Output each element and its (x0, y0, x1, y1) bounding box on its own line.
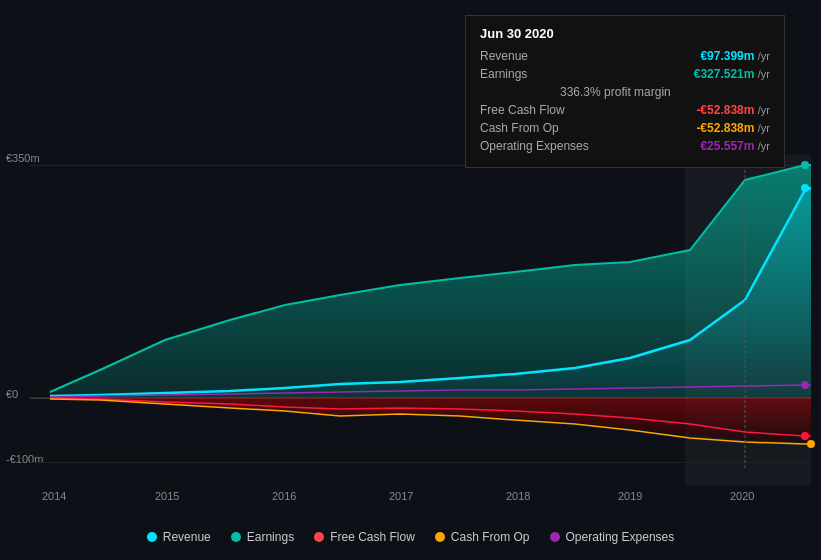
tooltip-title: Jun 30 2020 (480, 26, 770, 41)
tooltip-value-opex: €25.557m /yr (700, 139, 770, 153)
legend-item-revenue[interactable]: Revenue (147, 530, 211, 544)
tooltip-row-earnings: Earnings €327.521m /yr (480, 67, 770, 81)
tooltip-margin: 336.3% profit margin (480, 85, 770, 99)
tooltip-label-cashop: Cash From Op (480, 121, 559, 135)
legend-item-fcf[interactable]: Free Cash Flow (314, 530, 415, 544)
tooltip-row-opex: Operating Expenses €25.557m /yr (480, 139, 770, 153)
tooltip-value-cashop: -€52.838m /yr (696, 121, 770, 135)
tooltip-row-fcf: Free Cash Flow -€52.838m /yr (480, 103, 770, 117)
legend-dot-fcf (314, 532, 324, 542)
legend-item-earnings[interactable]: Earnings (231, 530, 294, 544)
x-label-2017: 2017 (389, 490, 413, 502)
legend-dot-earnings (231, 532, 241, 542)
tooltip-row-cashop: Cash From Op -€52.838m /yr (480, 121, 770, 135)
revenue-dot (801, 184, 809, 192)
x-label-2015: 2015 (155, 490, 179, 502)
legend-dot-opex (550, 532, 560, 542)
legend-item-cashop[interactable]: Cash From Op (435, 530, 530, 544)
legend-label-earnings: Earnings (247, 530, 294, 544)
earnings-dot (801, 161, 809, 169)
tooltip-box: Jun 30 2020 Revenue €97.399m /yr Earning… (465, 15, 785, 168)
fcf-dot (801, 432, 809, 440)
chart-container: Jun 30 2020 Revenue €97.399m /yr Earning… (0, 0, 821, 560)
x-label-2020: 2020 (730, 490, 754, 502)
legend-dot-revenue (147, 532, 157, 542)
tooltip-value-earnings: €327.521m /yr (694, 67, 770, 81)
tooltip-label-revenue: Revenue (480, 49, 528, 63)
legend-label-cashop: Cash From Op (451, 530, 530, 544)
legend-label-revenue: Revenue (163, 530, 211, 544)
tooltip-label-fcf: Free Cash Flow (480, 103, 565, 117)
tooltip-row-revenue: Revenue €97.399m /yr (480, 49, 770, 63)
x-label-2018: 2018 (506, 490, 530, 502)
opex-dot (801, 381, 809, 389)
tooltip-value-fcf: -€52.838m /yr (696, 103, 770, 117)
x-label-2014: 2014 (42, 490, 66, 502)
cashop-dot (807, 440, 815, 448)
x-label-2019: 2019 (618, 490, 642, 502)
x-label-2016: 2016 (272, 490, 296, 502)
legend-dot-cashop (435, 532, 445, 542)
legend: Revenue Earnings Free Cash Flow Cash Fro… (0, 530, 821, 544)
tooltip-value-revenue: €97.399m /yr (700, 49, 770, 63)
legend-item-opex[interactable]: Operating Expenses (550, 530, 675, 544)
legend-label-opex: Operating Expenses (566, 530, 675, 544)
tooltip-label-opex: Operating Expenses (480, 139, 589, 153)
tooltip-label-earnings: Earnings (480, 67, 527, 81)
legend-label-fcf: Free Cash Flow (330, 530, 415, 544)
